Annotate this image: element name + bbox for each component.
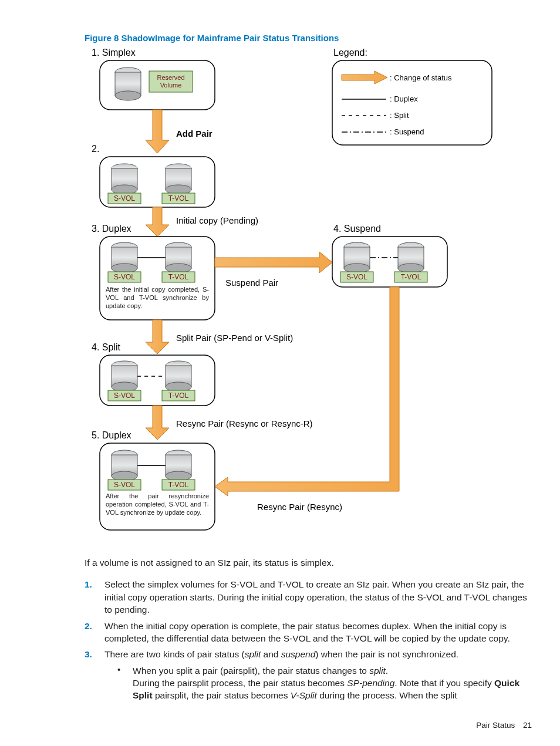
cylinder-icon: [166, 242, 191, 273]
cylinder-icon: [115, 67, 141, 100]
reserved-volume-text-l2: Volume: [160, 82, 182, 89]
arrow-split: [146, 320, 169, 354]
add-pair-label: Add Pair: [176, 129, 212, 139]
cylinder-icon: [344, 242, 370, 273]
initial-copy-label: Initial copy (Pending): [176, 215, 258, 225]
state-4-split-label: 4. Split: [92, 342, 120, 352]
cylinder-icon: [166, 164, 191, 194]
split-pair-label: Split Pair (SP-Pend or V-Split): [176, 333, 293, 343]
legend-split-text: : Split: [390, 111, 409, 120]
bullet-icon: •: [117, 664, 133, 674]
document-page: Figure 8 ShadowImage for Mainframe Pair …: [0, 0, 560, 746]
svol-text: S-VOL: [346, 273, 367, 281]
svg-point-2: [115, 91, 141, 100]
reserved-volume-text-l1: Reserved: [157, 74, 184, 81]
cylinder-icon: [112, 361, 137, 391]
legend-duplex-text: : Duplex: [390, 94, 418, 103]
cylinder-icon: [166, 361, 191, 391]
step-text: There are two kinds of pair status (spli…: [104, 648, 532, 660]
legend-title: Legend:: [333, 48, 367, 58]
suspend-pair-label: Suspend Pair: [225, 278, 278, 288]
svol-text: S-VOL: [114, 194, 135, 202]
state-2-label: 2.: [92, 144, 99, 154]
steps-list: 1. Select the simplex volumes for S-VOL …: [85, 578, 532, 660]
figure-caption: Figure 8 ShadowImage for Mainframe Pair …: [85, 33, 532, 43]
arrow-resync-rr: [146, 406, 169, 440]
legend-suspend-text: : Suspend: [390, 127, 424, 136]
pair-status-diagram: 1. Simplex Reserved Volume Legend: : Cha…: [87, 48, 495, 546]
cylinder-icon: [112, 242, 137, 273]
footer-section: Pair Status: [476, 721, 515, 730]
state-3-label: 3. Duplex: [92, 224, 131, 234]
tvol-text: T-VOL: [168, 481, 189, 489]
intro-paragraph: If a volume is not assigned to an SIz pa…: [85, 557, 532, 569]
tvol-text: T-VOL: [168, 391, 189, 400]
cylinder-icon: [398, 242, 424, 273]
state-5-label: 5. Duplex: [92, 430, 131, 440]
state-4-suspend-label: 4. Suspend: [333, 224, 381, 234]
legend-change-text: : Change of status: [390, 73, 452, 82]
tvol-text: T-VOL: [168, 273, 189, 281]
cylinder-icon: [166, 450, 191, 481]
tvol-text: T-VOL: [168, 194, 189, 202]
arrow-initial-copy: [146, 207, 169, 237]
arrow-suspend: [215, 252, 332, 273]
resync-label: Resync Pair (Resync): [257, 502, 342, 512]
sub-text: When you split a pair (pairsplit), the p…: [133, 664, 532, 702]
svol-text: S-VOL: [114, 273, 135, 281]
svol-text: S-VOL: [114, 481, 135, 489]
sub-line-1: When you split a pair (pairsplit), the p…: [133, 666, 388, 676]
cylinder-icon: [112, 450, 137, 481]
step-number: 3.: [85, 648, 104, 660]
resync-rr-label: Resync Pair (Resync or Resync-R): [176, 418, 313, 428]
step-text: When the initial copy operation is compl…: [104, 620, 532, 645]
footer-page-number: 21: [523, 721, 532, 730]
legend-arrow-icon: [342, 71, 387, 84]
svol-text: S-VOL: [114, 391, 135, 400]
cylinder-icon: [112, 164, 137, 194]
arrow-resync-from-suspend: [215, 287, 399, 496]
step-number: 2.: [85, 620, 104, 632]
arrow-add-pair: [146, 110, 169, 153]
step-number: 1.: [85, 578, 104, 590]
state-3-note: After the initial copy completed, S-VOL …: [106, 286, 209, 310]
state-1-label: 1. Simplex: [92, 48, 136, 58]
tvol-text: T-VOL: [401, 273, 421, 281]
state-5-note: After the pair resynchronize operation c…: [106, 492, 209, 517]
sub-line-2: During the pairsplit process, the pair s…: [133, 678, 519, 700]
step-text: Select the simplex volumes for S-VOL and…: [104, 578, 532, 616]
page-footer: Pair Status 21: [476, 721, 532, 730]
sub-list: • When you split a pair (pairsplit), the…: [117, 664, 532, 702]
